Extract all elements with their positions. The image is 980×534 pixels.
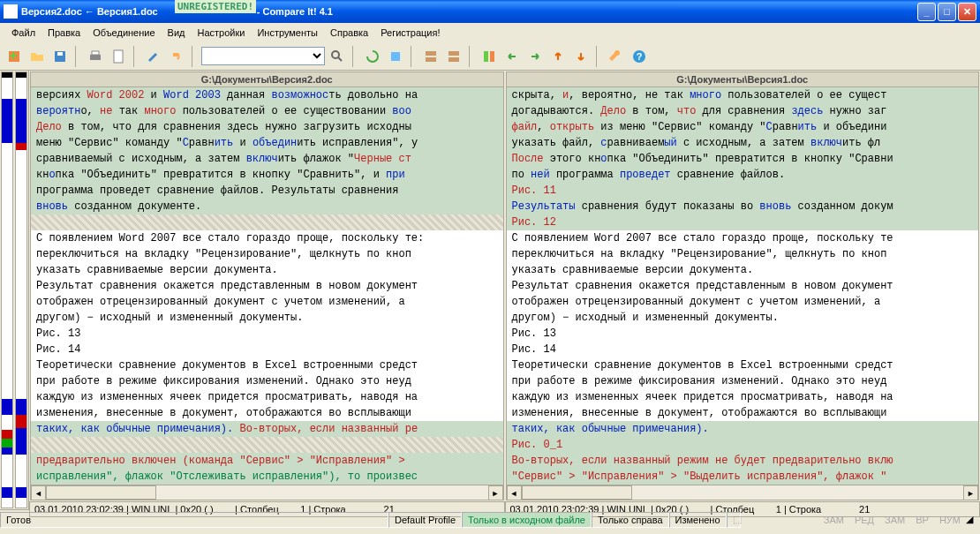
- text-line[interactable]: Рис. 13: [31, 326, 503, 342]
- gutter-left[interactable]: [1, 71, 13, 508]
- resize-grip-icon[interactable]: ◢: [966, 514, 980, 525]
- preview-button[interactable]: [108, 46, 129, 67]
- text-line[interactable]: С появлением Word 2007 все стало гораздо…: [507, 230, 979, 246]
- menu-register[interactable]: Регистрация!: [374, 26, 446, 40]
- text-line[interactable]: другом) − исходный и измененный документ…: [31, 310, 503, 326]
- menu-view[interactable]: Вид: [162, 26, 192, 40]
- text-line[interactable]: Рис. 11: [507, 183, 979, 199]
- text-line[interactable]: вновь созданном документе.: [31, 199, 503, 214]
- text-line[interactable]: догадываются. Дело в том, что для сравне…: [507, 103, 979, 119]
- arrow-up-icon: [551, 49, 565, 64]
- new-compare-button[interactable]: [4, 46, 25, 67]
- scroll-left-icon[interactable]: ◄: [507, 485, 522, 500]
- text-line[interactable]: [31, 214, 503, 230]
- text-line[interactable]: Рис. 12: [507, 214, 979, 230]
- text-line[interactable]: другом) − исходный и измененный документ…: [507, 310, 979, 326]
- text-line[interactable]: указать файл, сравниваемый с исходным, а…: [507, 135, 979, 151]
- plus-icon: [7, 49, 21, 64]
- text-line[interactable]: Теоретически сравнение документов в Exce…: [31, 357, 503, 373]
- text-line[interactable]: сравниваемый с исходным, а затем включит…: [31, 151, 503, 167]
- text-line[interactable]: переключиться на вкладку "Рецензирование…: [31, 246, 503, 262]
- text-line[interactable]: Рис. 0_1: [507, 437, 979, 453]
- text-line[interactable]: по ней программа проведет сравнение файл…: [507, 167, 979, 183]
- status-ind-1: РЕД: [849, 515, 879, 525]
- text-line[interactable]: Результат сравнения окажется представлен…: [31, 278, 503, 294]
- menu-help[interactable]: Справка: [324, 26, 374, 40]
- text-line[interactable]: Во-вторых, если названный режим не будет…: [507, 453, 979, 469]
- text-line[interactable]: отображен отрецензированный документ с у…: [31, 294, 503, 310]
- gutter-right[interactable]: [15, 71, 27, 508]
- text-line[interactable]: Рис. 14: [31, 342, 503, 357]
- text-line[interactable]: изменения, внесенные в документ, отображ…: [507, 405, 979, 421]
- scroll-right-icon[interactable]: ►: [488, 485, 503, 500]
- text-line[interactable]: указать сравниваемые версии документа.: [31, 262, 503, 278]
- text-line[interactable]: Результат сравнения окажется представлен…: [507, 278, 979, 294]
- close-button[interactable]: ✕: [958, 3, 976, 21]
- menu-merge[interactable]: Объединение: [87, 26, 161, 40]
- text-line[interactable]: таких, как обычные примечания).: [507, 421, 979, 437]
- left-hscroll[interactable]: ◄ ►: [31, 485, 503, 500]
- text-line[interactable]: После этого кнопка "Объединить" преврати…: [507, 151, 979, 167]
- menu-file[interactable]: Файл: [5, 26, 41, 40]
- text-line[interactable]: при работе в режиме фиксирования изменен…: [507, 373, 979, 389]
- menu-tools[interactable]: Инструменты: [251, 26, 324, 40]
- next-diff-button[interactable]: [570, 46, 592, 67]
- button-a[interactable]: [420, 46, 441, 67]
- svg-rect-14: [484, 51, 488, 62]
- text-line[interactable]: переключиться на вкладку "Рецензирование…: [507, 246, 979, 262]
- left-content[interactable]: версиях Word 2002 и Word 2003 данная воз…: [31, 87, 503, 485]
- search-combo[interactable]: [201, 47, 325, 65]
- text-line[interactable]: Рис. 14: [507, 342, 979, 357]
- right-content[interactable]: скрыта, и, вероятно, не так много пользо…: [507, 87, 979, 485]
- text-line[interactable]: вероятно, не так много пользователей о е…: [31, 103, 503, 119]
- text-line[interactable]: Теоретически сравнение документов в Exce…: [507, 357, 979, 373]
- prev-diff-button[interactable]: [547, 46, 569, 67]
- diff-overview-gutter[interactable]: [0, 71, 29, 509]
- text-line[interactable]: отображен отрецензированный документ с у…: [507, 294, 979, 310]
- right-hscroll[interactable]: ◄ ►: [507, 485, 979, 500]
- open-folder-button[interactable]: [26, 46, 48, 67]
- help-button[interactable]: ?: [629, 46, 650, 67]
- text-line[interactable]: С появлением Word 2007 все стало гораздо…: [31, 230, 503, 246]
- text-line[interactable]: при работе в режиме фиксирования изменен…: [31, 373, 503, 389]
- save-button[interactable]: [49, 46, 71, 67]
- text-line[interactable]: версиях Word 2002 и Word 2003 данная воз…: [31, 87, 503, 103]
- search-button[interactable]: [327, 46, 348, 67]
- text-line[interactable]: указать сравниваемые версии документа.: [507, 262, 979, 278]
- text-line[interactable]: таких, как обычные примечания). Во-вторы…: [31, 421, 503, 437]
- refresh-button[interactable]: [362, 46, 383, 67]
- text-line[interactable]: изменения, внесенные в документ, отображ…: [31, 405, 503, 421]
- text-line[interactable]: кнопка "Объединить" превратится в кнопку…: [31, 167, 503, 183]
- undo-button[interactable]: [166, 46, 187, 67]
- arrow-right-icon: [528, 49, 542, 64]
- menu-edit[interactable]: Правка: [41, 26, 87, 40]
- text-line[interactable]: [31, 437, 503, 453]
- options-button[interactable]: [606, 46, 627, 67]
- text-line[interactable]: исправления", флажок "Отслеживать исправ…: [31, 469, 503, 485]
- text-line[interactable]: программа проведет сравнение файлов. Рез…: [31, 183, 503, 199]
- text-line[interactable]: скрыта, и, вероятно, не так много пользо…: [507, 87, 979, 103]
- reload-button[interactable]: [385, 46, 406, 67]
- text-line[interactable]: каждую из измененных ячеек придется прос…: [507, 389, 979, 405]
- button-b[interactable]: [443, 46, 464, 67]
- text-line[interactable]: Результаты сравнения будут показаны во в…: [507, 199, 979, 214]
- scroll-right-icon[interactable]: ►: [963, 485, 978, 500]
- print-button[interactable]: [85, 46, 106, 67]
- copy-right-button[interactable]: [524, 46, 546, 67]
- text-line[interactable]: файл, открыть из меню "Сервис" команду "…: [507, 119, 979, 135]
- scroll-left-icon[interactable]: ◄: [31, 485, 46, 500]
- title-before: Версия2.doc ← Версия1.doc: [21, 6, 158, 17]
- menu-settings[interactable]: Настройки: [191, 26, 251, 40]
- text-line[interactable]: предварительно включен (команда "Сервис"…: [31, 453, 503, 469]
- text-line[interactable]: "Сервис" > "Исправления" > "Выделить исп…: [507, 469, 979, 485]
- copy-left-button[interactable]: [501, 46, 523, 67]
- edit-button[interactable]: [143, 46, 164, 67]
- text-line[interactable]: Рис. 13: [507, 326, 979, 342]
- maximize-button[interactable]: □: [938, 3, 956, 21]
- text-line[interactable]: Дело в том, что для сравнения здесь нужн…: [31, 119, 503, 135]
- status-ind-3: ВР: [910, 515, 934, 525]
- merge-button[interactable]: [479, 46, 500, 67]
- text-line[interactable]: меню "Сервис" команду "Сравнить и объеди…: [31, 135, 503, 151]
- minimize-button[interactable]: _: [917, 3, 936, 21]
- text-line[interactable]: каждую из измененных ячеек придется прос…: [31, 389, 503, 405]
